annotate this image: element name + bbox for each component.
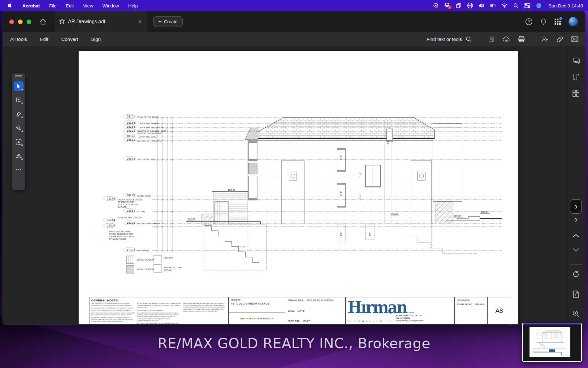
paper-size-value: 11"x17" — [303, 320, 310, 322]
page-thumbnails-icon[interactable] — [572, 90, 580, 97]
add-comment-tool-button[interactable] — [14, 95, 24, 105]
elevation-label: PEAK OF THE ROOF — [137, 116, 158, 118]
highlight-tool-button[interactable] — [14, 109, 24, 119]
elevation-label: MAIN FLOOR — [137, 195, 151, 197]
menu-edit[interactable]: Edit — [66, 3, 74, 8]
toolbar-divider — [480, 36, 480, 43]
select-text-tool-button[interactable]: A — [14, 137, 24, 147]
lasso-draw-icon — [16, 125, 22, 130]
volume-icon[interactable] — [478, 3, 485, 8]
elevation-label: UNDER SIDE OF JOISTS — [109, 235, 134, 238]
link-icon[interactable] — [556, 36, 563, 43]
general-note: ALL WORK SHALL BE CARRIED OUT IN STRICT … — [137, 303, 180, 309]
elevation-label: TOP OF THE EAVE — [137, 136, 157, 138]
control-center-icon[interactable] — [524, 3, 530, 8]
find-text-or-tools[interactable]: Find text or tools — [426, 36, 472, 42]
paper-size-label: PAPER SIZE: — [288, 320, 300, 322]
menu-file[interactable]: File — [49, 3, 57, 8]
project-label: PROJECT: — [231, 299, 283, 301]
issued-for-cell: ISSUED FOR ZONING REVIEW 2020-04-02 — [455, 297, 488, 324]
elevation-label: BASEMENT — [137, 249, 149, 252]
print-icon[interactable] — [518, 36, 525, 42]
copy-icon[interactable] — [456, 3, 462, 8]
toolbar-all-tools[interactable]: All tools — [10, 37, 27, 42]
elevation-label: TOP OF THE PARAPET — [137, 122, 161, 125]
highlighter-icon — [16, 111, 21, 117]
wifi-icon[interactable] — [501, 3, 508, 8]
dropbox-icon[interactable]: 7 — [444, 3, 450, 8]
general-notes-col1: THIS DRAWING IS COPYRIGHTED AND MUST NOT… — [91, 303, 135, 324]
fill-sign-tool-button[interactable] — [14, 151, 24, 161]
previous-page-chevron-icon[interactable] — [573, 234, 579, 237]
document-canvas[interactable]: A — [3, 46, 566, 325]
apple-logo-icon[interactable] — [7, 3, 13, 8]
scale-label: SCALE: — [288, 310, 295, 312]
hirman-logo: Hırman — [348, 299, 400, 316]
close-tab-icon[interactable]: ✕ — [136, 19, 143, 24]
app-launcher-grid-icon[interactable] — [554, 18, 561, 25]
menu-acrobat[interactable]: Acrobat — [22, 3, 40, 8]
export-resize-icon[interactable] — [572, 290, 580, 298]
plus-icon: + — [158, 19, 162, 25]
screenshot-preview-thumbnail[interactable] — [522, 323, 582, 362]
current-page-input[interactable]: 9 — [570, 199, 582, 214]
mini-menubar — [523, 323, 581, 325]
rotate-page-icon[interactable] — [572, 270, 580, 278]
drawing-title-value: SIDE (EAST) ELEVATION — [306, 299, 333, 302]
menu-view[interactable]: View — [83, 3, 93, 8]
menu-help[interactable]: Help — [128, 3, 138, 8]
elevation-drawing: 190.31PEAK OF THE ROOF189.68TOP OF THE P… — [79, 51, 518, 297]
comments-panel-icon[interactable] — [572, 57, 580, 64]
spotlight-icon[interactable] — [513, 3, 519, 8]
toolbar-convert[interactable]: Convert — [61, 37, 78, 42]
toolbar-edit[interactable]: Edit — [40, 37, 48, 42]
zoom-window-button[interactable] — [27, 20, 31, 24]
pdf-page[interactable]: 190.31PEAK OF THE ROOF189.68TOP OF THE P… — [79, 51, 518, 325]
elevation-label: TOP OF THE FLAT ROOF — [137, 126, 162, 129]
document-tab[interactable]: AR Drawings.pdf ✕ — [55, 11, 148, 32]
close-window-button[interactable] — [9, 20, 14, 24]
siri-icon[interactable] — [536, 3, 542, 8]
airplay-icon[interactable] — [467, 3, 473, 8]
home-icon[interactable] — [37, 15, 49, 28]
cloud-upload-icon[interactable] — [503, 36, 510, 42]
email-icon[interactable] — [571, 36, 578, 42]
star-icon[interactable] — [59, 18, 65, 25]
menu-bar-clock[interactable]: Sun Dec 3 14:40 — [548, 3, 583, 8]
save-icon[interactable] — [488, 36, 495, 42]
panel-drag-handle[interactable] — [15, 75, 22, 77]
total-pages: 9 — [574, 217, 577, 222]
menu-window[interactable]: Window — [102, 3, 119, 8]
draw-tool-button[interactable] — [14, 123, 24, 133]
legend-label: WOOD CLADDING — [137, 258, 156, 261]
help-icon[interactable]: ? — [525, 18, 533, 25]
title-block: GENERAL NOTES: THIS DRAWING IS COPYRIGHT… — [89, 297, 510, 324]
spot-elevation: 180.50 — [188, 218, 195, 221]
sheet-number: A8 — [488, 297, 511, 324]
general-note: REPORT INCONSISTENCIES AND OMISSIONS TO … — [91, 312, 135, 316]
elevation-value: 182.83 — [107, 197, 115, 200]
notifications-bell-icon[interactable] — [540, 18, 547, 25]
battery-icon[interactable] — [490, 3, 496, 8]
next-page-chevron-icon[interactable] — [573, 248, 579, 252]
add-user-icon[interactable] — [541, 36, 548, 42]
elevation-value: 190.31 — [127, 115, 135, 118]
tab-title: AR Drawings.pdf — [68, 19, 133, 24]
screen-mirroring-icon[interactable] — [433, 3, 439, 8]
create-button[interactable]: + Create — [153, 16, 183, 27]
general-note: DEVIATIONS FROM THE CONTRACT DOCUMENTS W… — [91, 317, 135, 323]
user-avatar[interactable] — [569, 17, 578, 26]
ellipsis-icon — [16, 169, 21, 170]
dimension-text: 3'-0" — [387, 140, 389, 144]
more-tools-button[interactable] — [14, 165, 24, 175]
bookmarks-panel-icon[interactable] — [572, 73, 580, 81]
comment-plus-icon — [16, 97, 22, 103]
zoom-in-icon[interactable] — [572, 310, 580, 318]
general-note: THIS DRAWING IS COPYRIGHTED AND MUST NOT… — [91, 303, 135, 306]
select-tool-button[interactable] — [14, 81, 24, 91]
elevation-value: 180.54 — [107, 218, 115, 221]
dimension-text: 5'-0" — [369, 232, 371, 236]
discipline: ARCHITECTURAL DESIGN — [229, 313, 285, 324]
toolbar-sign[interactable]: Sign — [91, 37, 101, 42]
minimize-window-button[interactable] — [18, 20, 23, 24]
